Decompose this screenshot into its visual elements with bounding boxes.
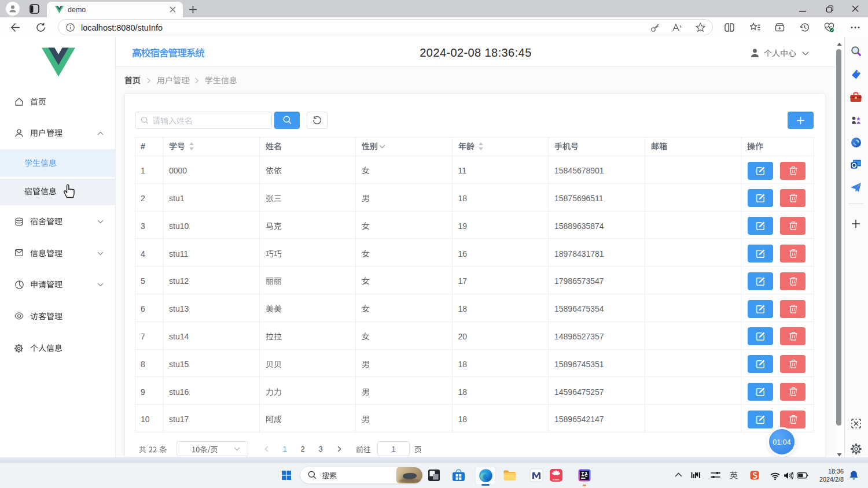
svg-text:HUAWEI: HUAWEI (553, 479, 560, 481)
